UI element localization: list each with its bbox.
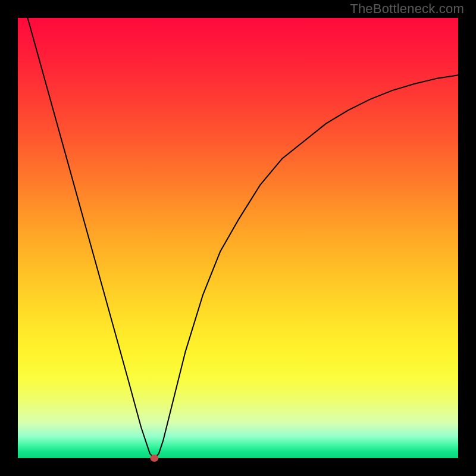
watermark: TheBottleneck.com <box>350 1 464 17</box>
bottleneck-curve <box>18 0 458 458</box>
chart-frame: TheBottleneck.com <box>0 0 476 476</box>
curve-layer <box>18 18 458 458</box>
minimum-marker <box>150 455 158 462</box>
plot-area <box>18 18 458 458</box>
